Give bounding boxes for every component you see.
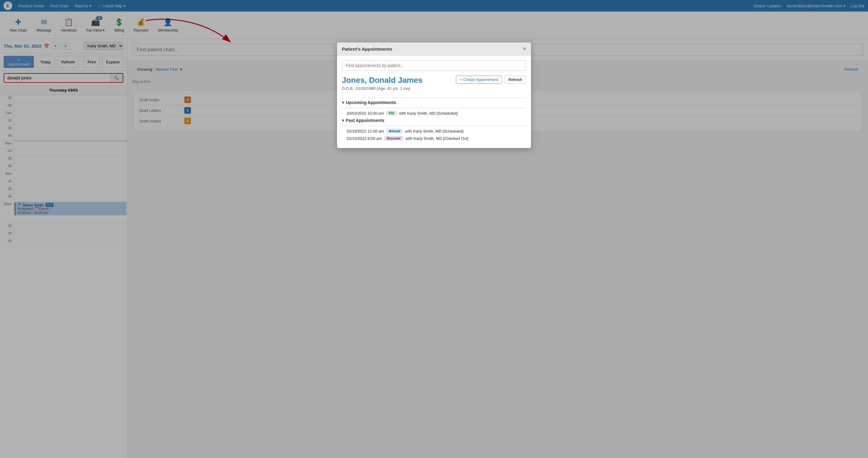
- upcoming-section-label: Upcoming Appointments: [346, 100, 396, 105]
- past-appt-tag-0: Annual: [386, 128, 402, 134]
- upcoming-appt-rest: with Karly Smith, MD [Scheduled]: [399, 111, 458, 116]
- modal-header: Patient's Appointments ×: [337, 42, 531, 56]
- past-appt-tag-1: Discover: [384, 136, 403, 141]
- modal-patient-search[interactable]: [342, 60, 526, 71]
- divider: [342, 108, 526, 108]
- modal-title: Patient's Appointments: [342, 47, 392, 52]
- past-section-label: Past Appointments: [346, 118, 384, 123]
- past-appt-date-0: 02/18/2022 11:00 am: [347, 129, 384, 134]
- appointments-modal: Patient's Appointments × Jones, Donald J…: [337, 42, 531, 148]
- modal-overlay: Patient's Appointments × Jones, Donald J…: [0, 0, 868, 458]
- past-appt-row-1[interactable]: 02/10/2022 8:00 am Discover with Karly S…: [342, 136, 526, 141]
- patient-dob: D.O.B.: 01/20/1980 (Age: 42 yrs, 1 mo): [342, 86, 423, 91]
- past-appt-rest-1: with Karly Smith, MD [Checked Out]: [405, 136, 468, 141]
- modal-refresh-button[interactable]: Refresh: [504, 76, 526, 84]
- past-appt-date-1: 02/10/2022 8:00 am: [347, 136, 382, 141]
- past-section-header: ▾ Past Appointments: [342, 118, 526, 123]
- patient-info: Jones, Donald James D.O.B.: 01/20/1980 (…: [342, 76, 423, 95]
- patient-info-row: Jones, Donald James D.O.B.: 01/20/1980 (…: [342, 76, 526, 95]
- modal-action-buttons: + Create Appointment Refresh: [456, 76, 526, 84]
- modal-close-button[interactable]: ×: [523, 46, 526, 52]
- modal-body: Jones, Donald James D.O.B.: 01/20/1980 (…: [337, 56, 531, 148]
- divider: [342, 126, 526, 126]
- create-appointment-button[interactable]: + Create Appointment: [456, 76, 502, 84]
- patient-name: Jones, Donald James: [342, 76, 423, 85]
- divider: [342, 97, 526, 98]
- past-appt-rest-0: with Karly Smith, MD [Scheduled]: [405, 129, 463, 134]
- upcoming-appt-date: 03/03/2022 10:00 am: [347, 111, 384, 116]
- upcoming-toggle-icon[interactable]: ▾: [342, 100, 344, 105]
- upcoming-appt-tag: F/U: [386, 111, 397, 116]
- upcoming-section-header: ▾ Upcoming Appointments: [342, 100, 526, 105]
- upcoming-appt-row[interactable]: 03/03/2022 10:00 am F/U with Karly Smith…: [342, 111, 526, 116]
- past-toggle-icon[interactable]: ▾: [342, 118, 344, 123]
- past-appt-row-0[interactable]: 02/18/2022 11:00 am Annual with Karly Sm…: [342, 128, 526, 134]
